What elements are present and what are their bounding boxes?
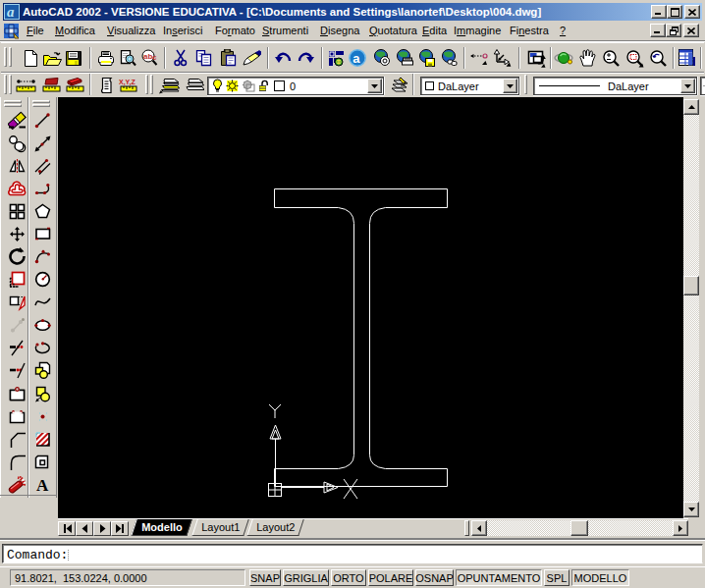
svg-text:a: a [7,4,15,20]
svg-text:a: a [352,51,360,66]
svg-text:A: A [36,476,49,494]
svg-text:X,Y,Z: X,Y,Z [119,79,136,86]
